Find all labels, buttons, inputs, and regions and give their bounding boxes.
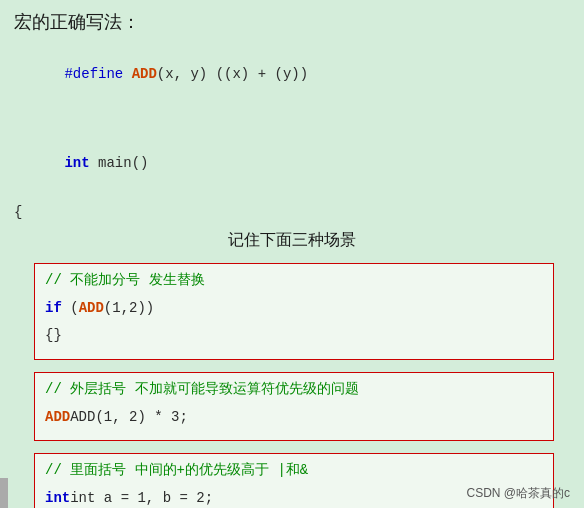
define-line: #define ADD(x, y) ((x) + (y)) (14, 42, 570, 107)
center-note: 记住下面三种场景 (14, 230, 570, 251)
box-semicolon: // 不能加分号 发生替换 if (ADD(1,2)) {} (34, 263, 554, 360)
main-container: 宏的正确写法： #define ADD(x, y) ((x) + (y)) in… (0, 0, 584, 508)
box1-braces: {} (45, 325, 543, 347)
footer-credit: CSDN @哈茶真的c (466, 485, 570, 502)
box-outer-paren: // 外层括号 不加就可能导致运算符优先级的问题 ADDADD(1, 2) * … (34, 372, 554, 441)
box1-comment: // 不能加分号 发生替换 (45, 270, 543, 292)
page-title: 宏的正确写法： (14, 10, 570, 34)
main-func: main() (90, 155, 149, 171)
macro-add: ADD (132, 66, 157, 82)
main-declaration: int main() (14, 131, 570, 196)
box2-comment: // 外层括号 不加就可能导致运算符优先级的问题 (45, 379, 543, 401)
box3-comment: // 里面括号 中间的+的优先级高于 |和& (45, 460, 543, 482)
int-keyword: int (64, 155, 89, 171)
box1-if: if (ADD(1,2)) (45, 298, 543, 320)
brace-open: { (14, 202, 570, 224)
left-indicator (0, 478, 8, 508)
define-params: (x, y) ((x) + (y)) (157, 66, 308, 82)
define-keyword: #define (64, 66, 131, 82)
box2-expr: ADDADD(1, 2) * 3; (45, 407, 543, 429)
